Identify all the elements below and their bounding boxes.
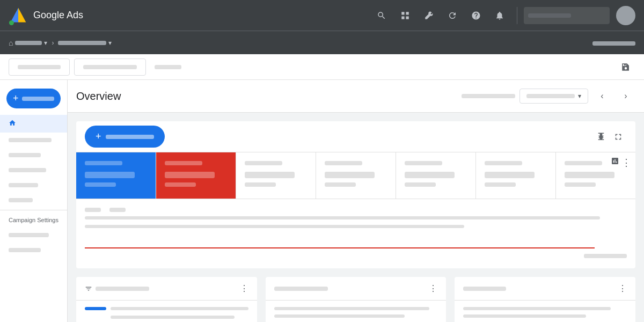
legend-placeholder-2: [109, 208, 126, 212]
chart-bottom: [85, 254, 627, 258]
bottom-cards: ⋮: [76, 277, 635, 322]
metric-value-placeholder-7: [565, 172, 614, 178]
page-title: Overview: [76, 90, 462, 103]
metric-card-conversions[interactable]: [476, 152, 556, 199]
chart-area: [76, 199, 635, 268]
breadcrumb-account-label: [58, 41, 106, 45]
sidebar-placeholder-5: [9, 198, 33, 202]
metric-label-placeholder-2: [165, 161, 202, 165]
sidebar-item-4[interactable]: [0, 178, 67, 193]
date-range-btn[interactable]: [74, 58, 146, 76]
metric-value-placeholder-4: [325, 172, 375, 178]
breadcrumb-account[interactable]: ▾: [58, 39, 112, 47]
columns-link[interactable]: [150, 63, 186, 71]
sidebar-item-overview[interactable]: [0, 115, 67, 133]
metric-card-cost[interactable]: [396, 152, 476, 199]
page-header-actions: ▾ ‹ ›: [462, 86, 635, 106]
sidebar-item-6[interactable]: [0, 228, 67, 243]
card-1-title-area: [85, 285, 240, 292]
search-icon-btn[interactable]: [371, 5, 392, 26]
card-1-title-placeholder: [96, 287, 149, 291]
metrics-row: ⋮: [76, 152, 635, 199]
next-btn[interactable]: ›: [616, 86, 635, 106]
card-row-label-1: [111, 307, 248, 310]
new-campaign-btn[interactable]: +: [85, 126, 165, 148]
card-2-row-2: [274, 314, 405, 318]
metric-card-cpc[interactable]: [316, 152, 396, 199]
metric-value-placeholder-5: [405, 172, 455, 178]
save-icon-btn[interactable]: [616, 57, 635, 77]
metric-sub-placeholder-1: [85, 182, 116, 187]
breadcrumb-dropdown-icon: ▾: [44, 39, 47, 47]
refresh-icon-btn[interactable]: [442, 5, 463, 26]
chart-lines: [85, 216, 627, 254]
logo-area: Google Ads: [9, 6, 94, 25]
sidebar: + Campaign Settings: [0, 80, 68, 322]
overview-action-bar: +: [76, 121, 635, 152]
metric-label-placeholder-7: [565, 161, 602, 165]
page-header: Overview ▾ ‹ ›: [68, 80, 644, 113]
chart-legend: [85, 208, 627, 212]
card-sub-row-1: [111, 316, 235, 319]
metric-card-ctr[interactable]: [236, 152, 316, 199]
breadcrumb-nav-right[interactable]: [592, 38, 635, 48]
metric-label-placeholder-5: [405, 161, 442, 165]
all-campaigns-btn[interactable]: [9, 58, 70, 76]
card-3-rows: [463, 307, 627, 322]
grid-icon-btn[interactable]: [394, 5, 416, 26]
card-row-1: [85, 307, 248, 310]
date-range-placeholder: [462, 94, 515, 98]
prev-btn[interactable]: ‹: [592, 86, 612, 106]
sidebar-item-5[interactable]: [0, 193, 67, 208]
metric-sub-placeholder-3: [245, 182, 276, 187]
metric-value-placeholder-1: [85, 172, 135, 178]
tools-icon-btn[interactable]: [418, 5, 440, 26]
card-2-row-1: [274, 307, 429, 310]
content-area: Overview ▾ ‹ › +: [68, 80, 644, 322]
card-3-menu-btn[interactable]: ⋮: [618, 283, 627, 294]
metric-label-placeholder-1: [85, 161, 122, 165]
card-sub-rows: [111, 316, 248, 322]
card-2-title-area: [274, 287, 429, 291]
sidebar-item-7[interactable]: [0, 243, 67, 258]
user-avatar[interactable]: [616, 6, 635, 25]
date-selector[interactable]: ▾: [519, 89, 588, 104]
top-navigation: Google Ads: [0, 0, 644, 31]
svg-marker-2: [11, 8, 18, 22]
card-2-title-placeholder: [274, 287, 328, 291]
new-campaign-btn-label: [106, 135, 154, 139]
fullscreen-icon-btn[interactable]: [610, 128, 627, 145]
sidebar-placeholder-3: [9, 168, 46, 172]
card-2-menu-btn[interactable]: ⋮: [429, 283, 437, 294]
columns-label: [155, 65, 181, 69]
bottom-card-3-body: [455, 301, 635, 322]
home-sidebar-icon: [9, 119, 16, 128]
card-3-row-1: [463, 307, 610, 310]
top-search-bar[interactable]: [524, 7, 610, 24]
download-icon-btn[interactable]: [592, 128, 610, 145]
chart-line-2: [85, 225, 464, 228]
metric-value-placeholder-3: [245, 172, 295, 178]
chart-icon[interactable]: [611, 157, 619, 169]
breadcrumb-home-label: [15, 41, 42, 45]
sidebar-item-2[interactable]: [0, 148, 67, 163]
filter-icon: [85, 285, 92, 292]
sidebar-item-1[interactable]: [0, 133, 67, 148]
notifications-icon-btn[interactable]: [489, 5, 510, 26]
card-1-menu-btn[interactable]: ⋮: [240, 283, 248, 294]
plus-icon: +: [96, 131, 101, 142]
all-campaigns-label: [18, 65, 61, 69]
sidebar-item-campaign-settings[interactable]: Campaign Settings: [0, 213, 67, 228]
help-icon-btn[interactable]: [465, 5, 487, 26]
metric-sub-placeholder-4: [325, 182, 356, 187]
breadcrumb-home[interactable]: ⌂ ▾: [9, 39, 47, 47]
new-campaign-sidebar-btn[interactable]: +: [6, 89, 61, 108]
sidebar-item-3[interactable]: [0, 163, 67, 178]
date-range-label: [83, 65, 137, 69]
sidebar-placeholder-4: [9, 183, 38, 187]
metric-sub-placeholder-6: [485, 182, 516, 187]
card-3-row-2: [463, 314, 586, 318]
metric-card-conv-rate[interactable]: ⋮: [556, 152, 635, 199]
plus-icon: +: [13, 93, 19, 104]
more-icon[interactable]: ⋮: [621, 157, 631, 169]
